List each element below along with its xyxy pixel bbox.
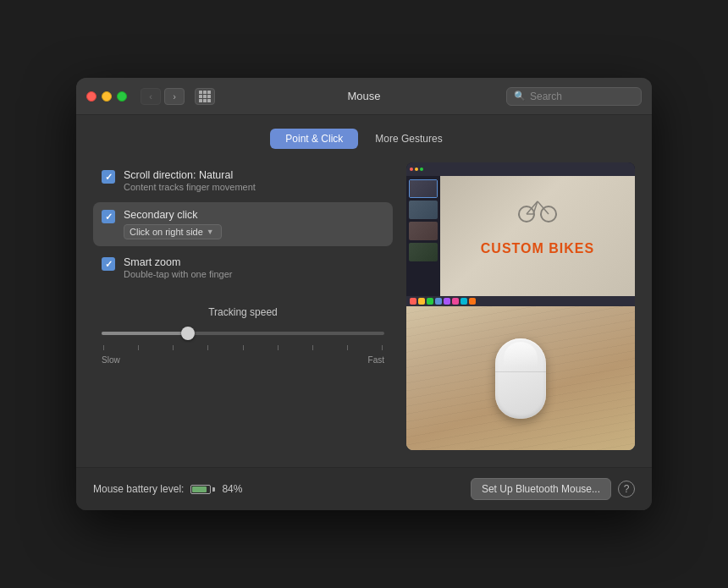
screen-dot-yellow (415, 168, 418, 171)
grid-icon (199, 91, 211, 102)
secondary-click-text: Secondary click Click on right side ▼ (124, 209, 222, 239)
scroll-direction-item: ✓ Scroll direction: Natural Content trac… (93, 162, 393, 199)
sidebar-thumb-3 (409, 222, 438, 240)
slider-labels: Slow Fast (102, 355, 384, 365)
secondary-click-title: Secondary click (124, 209, 222, 221)
bike-icon (516, 193, 559, 223)
chevron-down-icon: ▼ (207, 228, 214, 236)
mouse-body (495, 338, 546, 419)
mouse-highlight (504, 342, 538, 367)
setup-bluetooth-button[interactable]: Set Up Bluetooth Mouse... (471, 478, 611, 500)
battery-icon (190, 485, 215, 494)
screen-toolbar (406, 162, 635, 176)
main-window: ‹ › Mouse 🔍 Search Point & Click More Ge… (76, 78, 652, 510)
secondary-click-checkbox[interactable]: ✓ (102, 210, 115, 223)
traffic-lights (86, 91, 127, 102)
sidebar-thumb-4 (409, 243, 438, 261)
checkmark-icon: ✓ (105, 173, 113, 182)
screen-dock (406, 296, 635, 306)
dropdown-value: Click on right side (130, 227, 203, 237)
smart-zoom-text: Smart zoom Double-tap with one finger (124, 256, 232, 279)
tab-more-gestures[interactable]: More Gestures (360, 129, 457, 149)
magazine-text: CUSTOM BIKES (481, 241, 594, 256)
screen-dot-red (410, 168, 413, 171)
scroll-direction-title: Scroll direction: Natural (124, 169, 256, 181)
tracking-section: Tracking speed (93, 306, 393, 365)
footer: Mouse battery level: 84% Set Up Bluetoot… (76, 467, 652, 510)
screen-main: CUSTOM BIKES (440, 176, 635, 296)
forward-button[interactable]: › (164, 88, 185, 105)
slider-fill (102, 332, 186, 335)
checkmark-icon: ✓ (105, 212, 113, 222)
battery-label: Mouse battery level: (93, 483, 184, 495)
minimize-button[interactable] (102, 91, 112, 102)
chevron-right-icon: › (173, 91, 176, 102)
battery-fill (192, 486, 207, 492)
screen-sidebar (406, 176, 440, 296)
titlebar: ‹ › Mouse 🔍 Search (76, 78, 652, 115)
sidebar-thumb-2 (409, 201, 438, 219)
search-input[interactable]: Search (530, 91, 634, 102)
search-box[interactable]: 🔍 Search (506, 87, 642, 106)
grid-view-button[interactable] (195, 88, 215, 105)
close-button[interactable] (86, 91, 97, 102)
slider-fast-label: Fast (368, 355, 384, 365)
screen-preview: CUSTOM BIKES (406, 162, 635, 306)
nav-buttons: ‹ › (141, 88, 185, 105)
battery-section: Mouse battery level: 84% (93, 483, 242, 495)
fullscreen-button[interactable] (117, 91, 127, 102)
slider-slow-label: Slow (102, 355, 120, 365)
sidebar-thumb-1 (409, 179, 438, 198)
mouse-preview (406, 306, 635, 450)
slider-ticks (102, 345, 384, 350)
dropdown-row: Click on right side ▼ (124, 224, 222, 239)
secondary-click-item[interactable]: ✓ Secondary click Click on right side ▼ (93, 202, 393, 246)
content-area: Point & Click More Gestures ✓ Scroll dir… (76, 115, 652, 467)
secondary-click-dropdown[interactable]: Click on right side ▼ (124, 224, 222, 239)
screen-mockup: CUSTOM BIKES (406, 162, 635, 306)
checkmark-icon: ✓ (105, 260, 113, 269)
window-title: Mouse (347, 90, 380, 102)
smart-zoom-item: ✓ Smart zoom Double-tap with one finger (93, 250, 393, 286)
tab-bar: Point & Click More Gestures (93, 129, 635, 149)
tab-point-click[interactable]: Point & Click (270, 129, 358, 149)
tracking-slider-thumb[interactable] (181, 327, 195, 340)
magazine-preview: CUSTOM BIKES (440, 176, 635, 296)
settings-panel: ✓ Scroll direction: Natural Content trac… (93, 162, 393, 450)
svg-line-3 (538, 201, 549, 214)
tracking-label: Tracking speed (102, 306, 384, 318)
preview-panel: CUSTOM BIKES (406, 162, 635, 450)
slider-container: Slow Fast (102, 327, 384, 365)
search-icon: 🔍 (514, 91, 526, 102)
battery-body (190, 485, 211, 494)
chevron-left-icon: ‹ (149, 91, 152, 102)
scroll-direction-checkbox[interactable]: ✓ (102, 170, 115, 184)
screen-content: CUSTOM BIKES (406, 176, 635, 296)
battery-percentage: 84% (222, 483, 242, 495)
magic-mouse (495, 338, 546, 419)
mouse-line (495, 371, 546, 372)
footer-buttons: Set Up Bluetooth Mouse... ? (471, 478, 635, 500)
smart-zoom-title: Smart zoom (124, 256, 232, 268)
smart-zoom-checkbox[interactable]: ✓ (102, 257, 115, 271)
scroll-direction-text: Scroll direction: Natural Content tracks… (124, 169, 256, 192)
screen-dot-green (420, 168, 423, 171)
back-button[interactable]: ‹ (141, 88, 161, 105)
battery-tip (212, 487, 215, 492)
help-button[interactable]: ? (618, 481, 635, 497)
scroll-direction-subtitle: Content tracks finger movement (124, 182, 256, 192)
main-area: ✓ Scroll direction: Natural Content trac… (93, 162, 635, 450)
smart-zoom-subtitle: Double-tap with one finger (124, 269, 232, 279)
tracking-slider-track (102, 332, 384, 335)
